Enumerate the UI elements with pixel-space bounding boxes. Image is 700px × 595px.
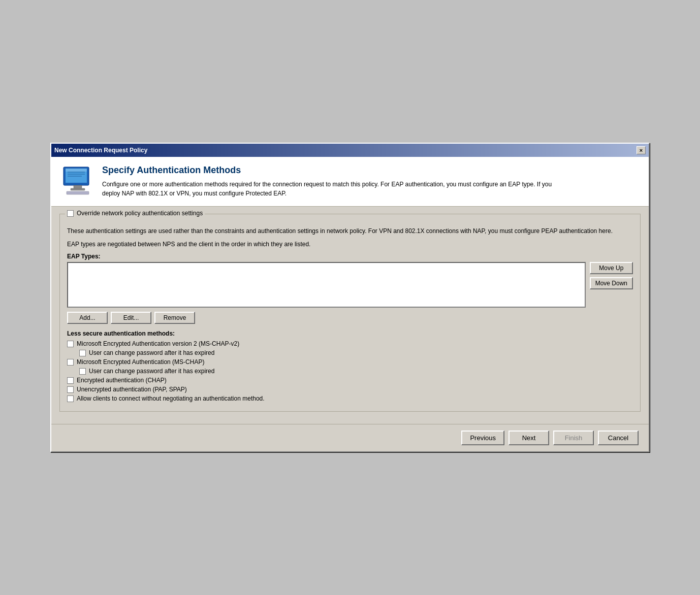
checkbox-pap[interactable] <box>67 386 74 393</box>
main-window: New Connection Request Policy × <box>50 143 650 452</box>
checkbox-label-mschapv2: Microsoft Encrypted Authentication versi… <box>77 340 239 347</box>
checkbox-row-mschapv2: Microsoft Encrypted Authentication versi… <box>67 340 633 347</box>
checkboxes-container: Microsoft Encrypted Authentication versi… <box>67 340 633 402</box>
eap-label: EAP Types: <box>67 253 633 260</box>
eap-row: Move Up Move Down <box>67 262 633 308</box>
checkbox-row-mschap: Microsoft Encrypted Authentication (MS-C… <box>67 358 633 366</box>
remove-button[interactable]: Remove <box>154 312 195 324</box>
checkbox-label-chap: Encrypted authentication (CHAP) <box>77 377 167 384</box>
checkbox-mschapv2_expire[interactable] <box>79 350 86 356</box>
checkbox-label-mschapv2_expire: User can change password after it has ex… <box>89 349 214 356</box>
edit-button[interactable]: Edit... <box>111 312 151 324</box>
next-button[interactable]: Next <box>508 431 549 445</box>
title-bar: New Connection Request Policy × <box>51 144 649 157</box>
page-title: Specify Authentication Methods <box>102 165 559 176</box>
svg-rect-5 <box>66 169 87 172</box>
checkbox-no_auth[interactable] <box>67 395 74 402</box>
eap-listbox[interactable] <box>67 262 586 308</box>
finish-button[interactable]: Finish <box>553 431 594 445</box>
checkbox-row-pap: Unencrypted authentication (PAP, SPAP) <box>67 386 633 393</box>
checkbox-row-mschap_expire: User can change password after it has ex… <box>79 368 633 375</box>
svg-rect-4 <box>67 191 89 194</box>
checkbox-row-mschapv2_expire: User can change password after it has ex… <box>79 349 633 356</box>
group-box-legend: Override network policy authentication s… <box>65 210 205 217</box>
checkbox-row-chap: Encrypted authentication (CHAP) <box>67 377 633 384</box>
close-button[interactable]: × <box>637 146 646 154</box>
checkbox-label-mschap_expire: User can change password after it has ex… <box>89 368 214 375</box>
checkbox-label-pap: Unencrypted authentication (PAP, SPAP) <box>77 386 187 393</box>
move-up-button[interactable]: Move Up <box>590 262 633 274</box>
action-buttons: Add... Edit... Remove <box>67 312 633 324</box>
footer: Previous Next Finish Cancel <box>51 424 649 451</box>
svg-rect-3 <box>71 188 85 190</box>
desc-text-1: These authentication settings are used r… <box>67 226 633 236</box>
content-area: Override network policy authentication s… <box>51 207 649 424</box>
checkbox-row-no_auth: Allow clients to connect without negotia… <box>67 395 633 402</box>
move-down-button[interactable]: Move Down <box>590 277 633 289</box>
checkbox-mschap[interactable] <box>67 359 74 366</box>
cancel-button[interactable]: Cancel <box>598 431 639 445</box>
window-title: New Connection Request Policy <box>54 147 147 154</box>
eap-buttons: Move Up Move Down <box>590 262 633 289</box>
svg-rect-2 <box>74 185 82 188</box>
checkbox-label-no_auth: Allow clients to connect without negotia… <box>77 395 265 402</box>
less-secure-label: Less secure authentication methods: <box>67 330 633 337</box>
checkbox-mschapv2[interactable] <box>67 341 74 347</box>
add-button[interactable]: Add... <box>67 312 108 324</box>
previous-button[interactable]: Previous <box>461 431 504 445</box>
page-description: Configure one or more authentication met… <box>102 180 559 198</box>
checkbox-mschap_expire[interactable] <box>79 368 86 375</box>
override-label: Override network policy authentication s… <box>77 210 203 217</box>
override-checkbox[interactable] <box>67 210 74 217</box>
override-group-box: Override network policy authentication s… <box>59 214 641 412</box>
header-text: Specify Authentication Methods Configure… <box>102 165 559 198</box>
checkbox-chap[interactable] <box>67 377 74 384</box>
checkbox-label-mschap: Microsoft Encrypted Authentication (MS-C… <box>77 358 204 366</box>
desc-text-2: EAP types are negotiated between NPS and… <box>67 240 633 249</box>
header-section: Specify Authentication Methods Configure… <box>51 157 649 207</box>
computer-icon <box>61 165 94 197</box>
